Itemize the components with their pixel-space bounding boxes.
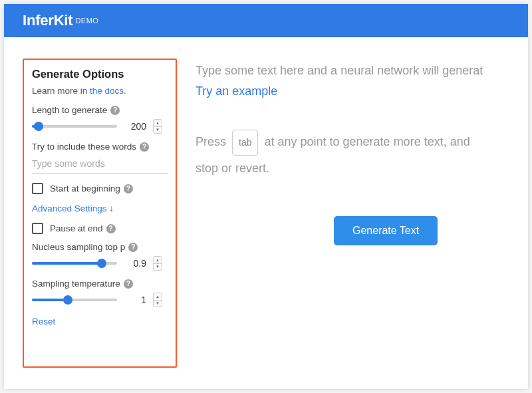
help-icon[interactable]: ? (140, 142, 149, 152)
length-label: Length to generate ? (32, 105, 168, 115)
help-icon[interactable]: ? (128, 243, 138, 252)
logo-suffix: DEMO (75, 17, 98, 25)
learn-more-line: Learn more in the docs. (32, 86, 168, 96)
help-icon[interactable]: ? (124, 279, 133, 289)
temperature-label: Sampling temperature ? (32, 279, 168, 289)
help-icon[interactable]: ? (110, 106, 120, 115)
nucleus-slider[interactable] (32, 262, 117, 265)
include-words-label: Try to include these words ? (32, 142, 168, 152)
try-example-link[interactable]: Try an example (196, 84, 277, 98)
editor-area: Type some text here and a neural network… (196, 59, 528, 368)
options-title: Generate Options (32, 68, 168, 80)
logo-brand: InferKit (23, 12, 72, 29)
start-at-beginning-checkbox[interactable] (32, 183, 43, 194)
chevron-down-icon[interactable]: ▼ (154, 301, 162, 307)
editor-placeholder[interactable]: Type some text here and a neural network… (196, 64, 528, 78)
chevron-down-icon[interactable]: ▼ (154, 127, 162, 134)
pause-at-end-checkbox[interactable] (32, 223, 43, 234)
generate-text-button[interactable]: Generate Text (334, 216, 438, 245)
app-header: InferKit DEMO (4, 4, 528, 37)
docs-link[interactable]: the docs (90, 86, 124, 96)
start-at-beginning-label: Start at beginning ? (50, 184, 133, 194)
temperature-slider[interactable] (32, 299, 117, 301)
chevron-down-icon[interactable]: ▼ (154, 264, 162, 271)
help-icon[interactable]: ? (124, 184, 133, 194)
chevron-up-icon[interactable]: ▲ (154, 257, 162, 264)
nucleus-label: Nucleus sampling top p ? (32, 242, 168, 252)
length-value: 200 (124, 121, 146, 132)
advanced-settings-toggle[interactable]: Advanced Settings ↓ (32, 203, 114, 213)
tab-key-badge: tab (232, 130, 258, 156)
include-words-input[interactable] (32, 156, 168, 174)
reset-link[interactable]: Reset (32, 317, 55, 327)
temperature-value: 1 (124, 295, 146, 305)
chevron-up-icon[interactable]: ▲ (154, 120, 162, 127)
generate-options-panel: Generate Options Learn more in the docs.… (23, 59, 177, 368)
chevron-up-icon[interactable]: ▲ (154, 293, 162, 301)
help-icon[interactable]: ? (106, 224, 116, 233)
temperature-slider-thumb[interactable] (63, 295, 72, 305)
nucleus-stepper[interactable]: ▲ ▼ (153, 256, 162, 271)
length-slider[interactable] (32, 125, 117, 128)
nucleus-slider-thumb[interactable] (97, 259, 106, 268)
length-slider-thumb[interactable] (34, 122, 43, 131)
length-stepper[interactable]: ▲ ▼ (153, 119, 162, 134)
pause-at-end-label: Pause at end ? (50, 223, 116, 233)
instruction-text: Press tab at any point to generate more … (196, 129, 528, 182)
temperature-stepper[interactable]: ▲ ▼ (153, 293, 162, 307)
nucleus-value: 0.9 (124, 258, 146, 269)
